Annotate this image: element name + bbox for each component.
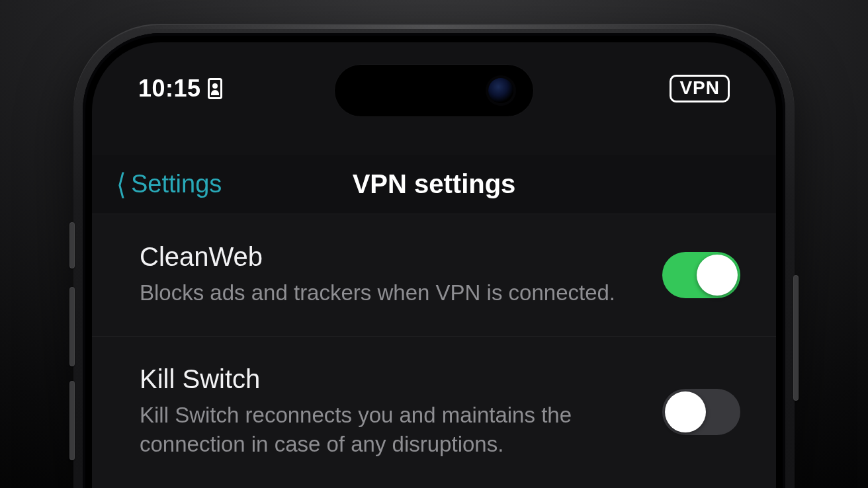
chevron-left-icon: ⟨ bbox=[116, 170, 126, 199]
status-left: 10:15 bbox=[138, 75, 222, 102]
portrait-orientation-icon bbox=[208, 78, 222, 99]
killswitch-toggle[interactable] bbox=[662, 389, 740, 435]
toggle-knob bbox=[665, 391, 706, 432]
status-bar: 10:15 VPN bbox=[92, 69, 776, 108]
setting-text: CleanWeb Blocks ads and trackers when VP… bbox=[140, 242, 662, 308]
back-button[interactable]: ⟨ Settings bbox=[116, 170, 222, 199]
volume-up-button bbox=[69, 222, 75, 268]
power-button bbox=[793, 275, 799, 401]
side-button-left bbox=[69, 381, 75, 460]
volume-down-button bbox=[69, 287, 75, 366]
status-time: 10:15 bbox=[138, 75, 201, 102]
setting-title: Kill Switch bbox=[140, 364, 642, 394]
vpn-status-icon: VPN bbox=[670, 75, 730, 102]
phone-bezel: 10:15 VPN ⟨ Settings VPN settings CleanW… bbox=[83, 33, 785, 488]
setting-title: CleanWeb bbox=[140, 242, 642, 272]
nav-bar: ⟨ Settings VPN settings bbox=[92, 155, 776, 214]
settings-list: CleanWeb Blocks ads and trackers when VP… bbox=[92, 214, 776, 488]
toggle-knob bbox=[697, 255, 738, 296]
screen: 10:15 VPN ⟨ Settings VPN settings CleanW… bbox=[92, 42, 776, 488]
setting-text: Kill Switch Kill Switch reconnects you a… bbox=[140, 364, 662, 460]
setting-description: Kill Switch reconnects you and maintains… bbox=[140, 401, 642, 460]
setting-description: Blocks ads and trackers when VPN is conn… bbox=[140, 278, 642, 308]
setting-row-cleanweb: CleanWeb Blocks ads and trackers when VP… bbox=[92, 214, 776, 337]
phone-frame: 10:15 VPN ⟨ Settings VPN settings CleanW… bbox=[73, 24, 795, 488]
setting-row-killswitch: Kill Switch Kill Switch reconnects you a… bbox=[92, 337, 776, 487]
back-label: Settings bbox=[131, 170, 222, 198]
cleanweb-toggle[interactable] bbox=[662, 252, 740, 298]
